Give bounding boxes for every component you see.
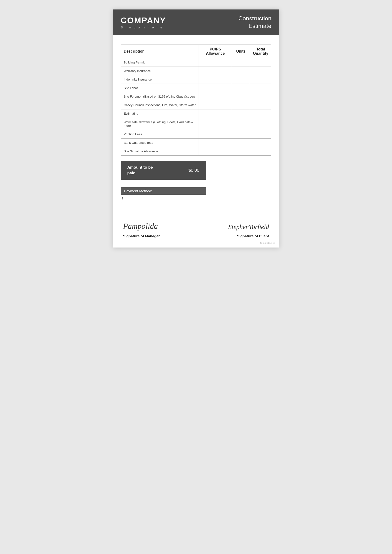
table-row: Bank Guarantee fees (121, 138, 271, 147)
payment-method-header: Payment Method: (121, 187, 206, 195)
cell-pcps (199, 67, 232, 75)
cell-total (250, 138, 271, 147)
cell-description: Site Foremen (Based on $175 p/a inc Cbus… (121, 92, 199, 101)
col-header-units: Units (232, 45, 250, 58)
cell-units (232, 138, 250, 147)
client-signature-label: Signature of Client (237, 234, 269, 238)
cell-units (232, 58, 250, 67)
cell-total (250, 92, 271, 101)
col-header-pcps: PC/PS Allowance (199, 45, 232, 58)
cell-total (250, 84, 271, 92)
payment-item-1: 1 (122, 197, 271, 200)
payment-item-2: 2 (122, 201, 271, 205)
client-signature-block: StephenTorfield Signature of Client (222, 218, 269, 238)
cell-pcps (199, 84, 232, 92)
watermark: Template.net (260, 242, 275, 244)
company-name: COMPANY (121, 16, 166, 25)
table-row: Estimating (121, 110, 271, 118)
doc-title: Construction Estimate (238, 15, 271, 30)
client-signature-image: StephenTorfield (229, 218, 269, 231)
table-row: Site Labor (121, 84, 271, 92)
cell-pcps (199, 130, 232, 138)
cell-pcps (199, 75, 232, 84)
client-sig-cursive: StephenTorfield (229, 224, 269, 231)
table-row: Building Permit (121, 58, 271, 67)
signatures-section: Pampolida Signature of Manager StephenTo… (121, 218, 271, 238)
table-row: Printing Fees (121, 130, 271, 138)
cell-units (232, 110, 250, 118)
table-row: Casey Council Inspections, Fire, Water, … (121, 101, 271, 110)
cell-total (250, 58, 271, 67)
cell-description: Bank Guarantee fees (121, 138, 199, 147)
cell-total (250, 110, 271, 118)
cell-description: Site Signature Allowance (121, 147, 199, 156)
table-row: Site Foremen (Based on $175 p/a inc Cbus… (121, 92, 271, 101)
cell-pcps (199, 110, 232, 118)
col-header-description: Description (121, 45, 199, 58)
cell-total (250, 75, 271, 84)
cell-units (232, 147, 250, 156)
amount-label: Amount to be paid (127, 165, 153, 176)
page: COMPANY S l o g a n h e r e Construction… (113, 9, 279, 248)
cell-pcps (199, 118, 232, 130)
cell-description: Work safe allowance (Clothing, Boots, Ha… (121, 118, 199, 130)
cell-description: Indemnity Insurance (121, 75, 199, 84)
manager-signature-block: Pampolida Signature of Manager (123, 218, 166, 238)
cell-pcps (199, 138, 232, 147)
cell-total (250, 130, 271, 138)
cell-total (250, 118, 271, 130)
table-row: Site Signature Allowance (121, 147, 271, 156)
cell-description: Estimating (121, 110, 199, 118)
header: COMPANY S l o g a n h e r e Construction… (113, 9, 279, 35)
cell-units (232, 67, 250, 75)
payment-section: Payment Method: 1 2 (121, 187, 271, 205)
table-row: Work safe allowance (Clothing, Boots, Ha… (121, 118, 271, 130)
cell-description: Casey Council Inspections, Fire, Water, … (121, 101, 199, 110)
cell-units (232, 75, 250, 84)
doc-title-line1: Construction (238, 15, 271, 21)
cell-description: Warranty Insurance (121, 67, 199, 75)
cell-pcps (199, 147, 232, 156)
cell-pcps (199, 58, 232, 67)
table-row: Indemnity Insurance (121, 75, 271, 84)
cell-total (250, 147, 271, 156)
table-row: Warranty Insurance (121, 67, 271, 75)
cell-pcps (199, 101, 232, 110)
cell-units (232, 101, 250, 110)
col-header-total: Total Quantity (250, 45, 271, 58)
main-content: Description PC/PS Allowance Units Total … (113, 35, 279, 247)
cell-description: Printing Fees (121, 130, 199, 138)
cell-units (232, 118, 250, 130)
payment-items: 1 2 (121, 197, 271, 205)
amount-value: $0.00 (189, 168, 199, 173)
doc-title-line2: Estimate (249, 23, 271, 29)
cell-pcps (199, 92, 232, 101)
cell-description: Site Labor (121, 84, 199, 92)
cell-total (250, 67, 271, 75)
manager-sig-cursive: Pampolida (123, 222, 158, 231)
company-block: COMPANY S l o g a n h e r e (121, 16, 166, 29)
manager-signature-label: Signature of Manager (123, 234, 160, 238)
company-slogan: S l o g a n h e r e (121, 26, 166, 29)
doc-title-block: Construction Estimate (238, 15, 271, 30)
cell-units (232, 130, 250, 138)
table-header-row: Description PC/PS Allowance Units Total … (121, 45, 271, 58)
estimate-table: Description PC/PS Allowance Units Total … (121, 45, 271, 156)
manager-signature-image: Pampolida (123, 218, 158, 231)
amount-box: Amount to be paid $0.00 (121, 161, 206, 180)
cell-units (232, 84, 250, 92)
cell-total (250, 101, 271, 110)
cell-description: Building Permit (121, 58, 199, 67)
cell-units (232, 92, 250, 101)
